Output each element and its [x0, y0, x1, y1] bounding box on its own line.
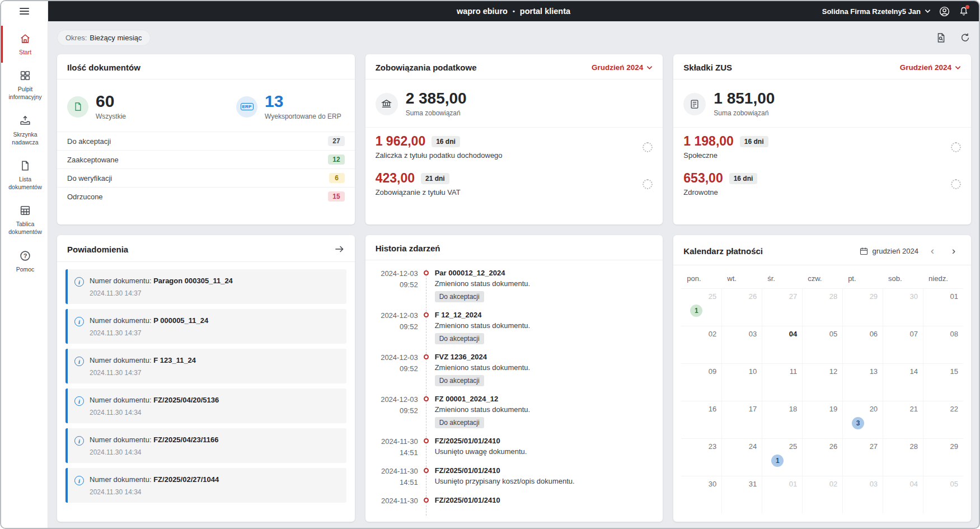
event-document-number[interactable]: FVZ 1236_2024 — [435, 353, 531, 361]
calendar-day-cell[interactable]: 19 — [802, 401, 842, 438]
calendar-day-cell[interactable]: 14 — [883, 363, 923, 401]
open-notifications-button[interactable] — [334, 244, 345, 255]
document-search-icon[interactable] — [935, 32, 947, 44]
sidebar-item-label: Lista dokumentów — [4, 175, 46, 191]
calendar-day-cell[interactable]: 28 — [802, 288, 842, 326]
calendar-day-cell[interactable]: 31 — [721, 476, 762, 513]
notification-item[interactable]: i Numer dokumentu: FZ/2025/04/20/5136 20… — [65, 388, 346, 423]
event-document-number[interactable]: Par 000012_12_2024 — [435, 269, 531, 277]
menu-toggle-button[interactable] — [1, 1, 48, 21]
user-menu[interactable]: Solidna Firma Rzetelny5 Jan — [822, 7, 931, 16]
calendar-day-cell[interactable]: 05 — [802, 326, 842, 363]
notification-item[interactable]: i Numer dokumentu: F 123_11_24 2024.11.3… — [65, 349, 346, 383]
calendar-day-number: 05 — [929, 480, 958, 488]
calendar-next-button[interactable]: › — [946, 244, 961, 258]
sidebar-item-tablica-dokumentow[interactable]: Tablica dokumentów — [1, 198, 48, 242]
event-document-number[interactable]: FZ/2025/01/01/2410 — [435, 496, 500, 504]
event-document-number[interactable]: FZ/2025/01/01/2410 — [435, 466, 575, 475]
calendar-day-number: 24 — [727, 442, 757, 451]
calendar-month-selector[interactable]: grudzień 2024 — [859, 246, 918, 256]
event-description: Zmieniono status dokumentu. — [435, 363, 531, 372]
payment-status-icon[interactable] — [951, 179, 961, 189]
calendar-day-cell[interactable]: 12 — [802, 363, 842, 401]
calendar-day-cell[interactable]: 01 — [923, 288, 963, 326]
event-document-number[interactable]: F 12_12_2024 — [435, 311, 531, 319]
calendar-day-cell[interactable]: 04 — [762, 326, 802, 363]
calendar-day-cell[interactable]: 30 — [883, 288, 923, 326]
calendar-day-cell[interactable]: 26 — [802, 438, 842, 476]
calendar-day-cell[interactable]: 03 — [842, 476, 883, 513]
sidebar-item-skrzynka-nadawcza[interactable]: Skrzynka nadawcza — [1, 108, 48, 153]
calendar-body: pon. wt. śr. czw. pt. sob. niedz. 25 1 2… — [673, 265, 971, 513]
calendar-day-cell[interactable]: 04 — [883, 476, 923, 513]
calendar-day-cell[interactable]: 07 — [883, 326, 923, 363]
calendar-day-cell[interactable]: 30 — [681, 476, 721, 513]
event-document-number[interactable]: FZ 00001_2024_12 — [435, 395, 531, 403]
tax-card: Zobowiązania podatkowe Grudzień 2024 — [365, 54, 663, 224]
payment-status-icon[interactable] — [643, 142, 653, 152]
calendar-day-cell[interactable]: 11 — [762, 363, 802, 401]
calendar-day-cell[interactable]: 09 — [681, 363, 721, 401]
calendar-prev-button[interactable]: ‹ — [925, 244, 940, 258]
calendar-day-cell[interactable]: 20 3 — [842, 401, 883, 438]
calendar-event-badge[interactable]: 3 — [852, 417, 864, 429]
sidebar-item-start[interactable]: Start — [1, 26, 48, 63]
payment-status-icon[interactable] — [951, 142, 961, 152]
documents-status-row[interactable]: Do weryfikacji 6 — [57, 168, 355, 187]
calendar-day-cell[interactable]: 27 — [762, 288, 802, 326]
timeline-dot — [424, 498, 429, 503]
calendar-day-cell[interactable]: 16 — [681, 401, 721, 438]
account-button[interactable] — [938, 5, 950, 17]
calendar-day-cell[interactable]: 17 — [721, 401, 762, 438]
calendar-day-cell[interactable]: 06 — [842, 326, 883, 363]
refresh-icon[interactable] — [959, 32, 971, 44]
calendar-day-cell[interactable]: 03 — [721, 326, 762, 363]
documents-status-row[interactable]: Do akceptacji 27 — [57, 132, 355, 150]
calendar-event-badge[interactable]: 1 — [771, 455, 784, 467]
notification-item[interactable]: i Numer dokumentu: P 000005_11_24 2024.1… — [65, 309, 346, 344]
notification-item[interactable]: i Numer dokumentu: FZ/2025/02/27/1044 20… — [65, 468, 346, 503]
calendar-day-cell[interactable]: 01 — [762, 476, 802, 513]
calendar-day-cell[interactable]: 28 — [883, 438, 923, 476]
app-window: Start Pulpit informacyjny Skrzynka nadaw… — [0, 0, 980, 529]
calendar-day-cell[interactable]: 25 1 — [762, 438, 802, 476]
sidebar-item-pulpit-informacyjny[interactable]: Pulpit informacyjny — [1, 63, 48, 107]
calendar-day-cell[interactable]: 23 — [681, 438, 721, 476]
calendar-day-cell[interactable]: 05 — [923, 476, 963, 513]
calendar-day-cell[interactable]: 24 — [721, 438, 762, 476]
calendar-day-cell[interactable]: 10 — [721, 363, 762, 401]
notifications-button[interactable] — [958, 5, 970, 17]
event-document-number[interactable]: FZ/2025/01/01/2410 — [435, 437, 527, 445]
calendar-day-cell[interactable]: 27 — [842, 438, 883, 476]
notification-item[interactable]: i Numer dokumentu: FZ/2025/04/23/1166 20… — [65, 428, 346, 463]
calendar-day-cell[interactable]: 08 — [923, 326, 963, 363]
sidebar-item-pomoc[interactable]: ? Pomoc — [1, 243, 48, 280]
calendar-day-cell[interactable]: 18 — [762, 401, 802, 438]
calendar-day-cell[interactable]: 29 — [842, 288, 883, 326]
zus-period-select[interactable]: Grudzień 2024 — [900, 63, 961, 72]
calendar-day-cell[interactable]: 02 — [681, 326, 721, 363]
tax-period-select[interactable]: Grudzień 2024 — [592, 63, 653, 72]
documents-status-row[interactable]: Zaakceptowane 12 — [57, 150, 355, 168]
event-datetime: 2024-11-30 14:51 — [369, 436, 418, 458]
event-description: Zmieniono status dokumentu. — [435, 321, 531, 330]
calendar-day-number: 09 — [686, 367, 716, 376]
calendar-day-cell[interactable]: 02 — [802, 476, 842, 513]
calendar-event-badge[interactable]: 1 — [690, 305, 702, 317]
payment-status-icon[interactable] — [643, 179, 653, 189]
calendar-day-cell[interactable]: 15 — [923, 363, 963, 401]
sidebar-item-lista-dokumentow[interactable]: Lista dokumentów — [1, 153, 48, 198]
period-filter-chip[interactable]: Okres: Bieżący miesiąc — [57, 30, 151, 46]
calendar-day-cell[interactable]: 21 — [883, 401, 923, 438]
calendar-day-cell[interactable]: 29 — [923, 438, 963, 476]
history-list: 2024-12-03 09:52 Par 000012_12_2024 Zmie… — [365, 260, 663, 507]
calendar-day-cell[interactable]: 26 — [721, 288, 762, 326]
calendar-day-cell[interactable]: 22 — [923, 401, 963, 438]
calendar-day-cell[interactable]: 13 — [842, 363, 883, 401]
documents-status-row[interactable]: Odrzucone 15 — [57, 187, 355, 205]
calendar-day-number: 29 — [848, 292, 878, 301]
notification-item[interactable]: i Numer dokumentu: Paragon 000305_11_24 … — [65, 269, 346, 304]
obligation-label: Zaliczka z tytułu podatku dochodowego — [376, 151, 503, 160]
tax-period-value: Grudzień 2024 — [592, 63, 643, 72]
calendar-day-cell[interactable]: 25 1 — [681, 288, 721, 326]
